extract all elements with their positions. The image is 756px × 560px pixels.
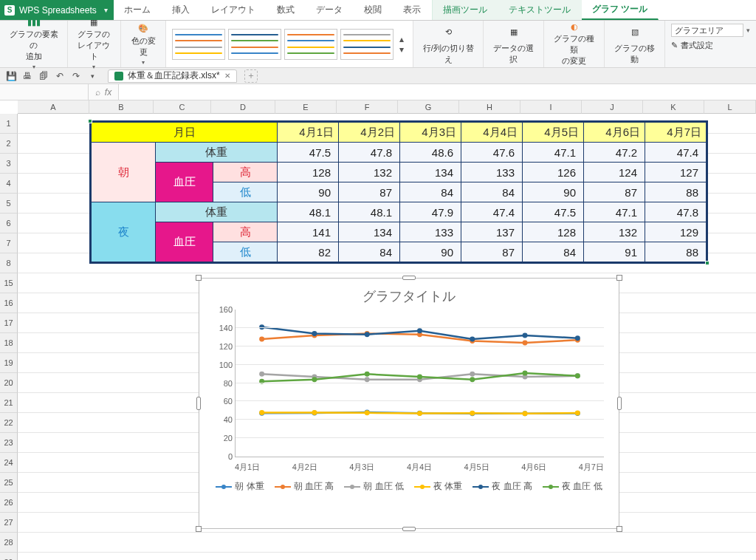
selection-handle[interactable] — [705, 261, 709, 265]
cell[interactable]: 88 — [645, 182, 707, 202]
cell[interactable]: 134 — [339, 222, 400, 242]
row-header[interactable]: 16 — [0, 293, 18, 313]
cell[interactable]: 4月2日 — [339, 123, 400, 143]
cell[interactable]: 87 — [461, 242, 523, 262]
column-header[interactable]: L — [704, 100, 756, 114]
cell[interactable]: 128 — [523, 222, 584, 242]
column-header[interactable]: J — [582, 100, 643, 114]
row-header[interactable]: 1 — [0, 114, 18, 134]
cell[interactable]: 47.8 — [645, 202, 707, 222]
cell[interactable]: 体重 — [156, 202, 278, 222]
cell[interactable]: 4月4日 — [461, 123, 523, 143]
tab-view[interactable]: 表示 — [393, 0, 432, 20]
cell[interactable]: 126 — [523, 163, 584, 182]
chart-title[interactable]: グラフタイトル — [199, 287, 619, 305]
preview-icon[interactable]: 🗐 — [37, 69, 50, 83]
search-icon[interactable]: ⌕ — [95, 87, 100, 98]
cell[interactable]: 朝 — [92, 143, 156, 202]
tab-review[interactable]: 校閲 — [354, 0, 393, 20]
chevron-down-icon[interactable]: ▾ — [86, 69, 99, 83]
chart-style-thumb[interactable] — [228, 29, 281, 60]
legend-item[interactable]: 夜 血圧 低 — [543, 480, 602, 493]
legend-item[interactable]: 朝 血圧 高 — [275, 480, 334, 493]
document-tab[interactable]: 体重＆血圧記録表.xlsx* ✕ — [108, 69, 237, 83]
resize-handle[interactable] — [616, 275, 622, 281]
cell[interactable]: 48.1 — [278, 202, 339, 222]
row-header[interactable]: 26 — [0, 493, 18, 513]
cell[interactable]: 87 — [339, 182, 400, 202]
cell[interactable]: 47.1 — [523, 143, 584, 163]
row-header[interactable]: 4 — [0, 174, 18, 194]
row-header[interactable]: 3 — [0, 154, 18, 174]
cell[interactable]: 133 — [400, 222, 461, 242]
move-chart-button[interactable]: ▧ グラフの移動 — [605, 21, 665, 67]
redo-icon[interactable]: ↷ — [69, 69, 83, 83]
cell[interactable]: 47.9 — [400, 202, 461, 222]
change-colors-button[interactable]: 🎨 色の変更 ▾ — [121, 21, 167, 67]
cell[interactable]: 低 — [213, 242, 278, 262]
column-header[interactable]: A — [18, 100, 89, 114]
row-header[interactable]: 2 — [0, 134, 18, 154]
column-header[interactable]: H — [459, 100, 520, 114]
formula-input[interactable] — [118, 84, 756, 100]
cell[interactable]: 84 — [400, 182, 461, 202]
selection-handle[interactable] — [88, 119, 92, 123]
cell[interactable]: 132 — [584, 222, 645, 242]
select-data-button[interactable]: ▦ データの選択 — [484, 21, 544, 67]
cell[interactable]: 88 — [645, 242, 707, 262]
cell[interactable]: 84 — [523, 242, 584, 262]
tab-data[interactable]: データ — [306, 0, 354, 20]
column-headers[interactable]: ABCDEFGHIJKL — [18, 100, 756, 114]
row-header[interactable]: 7 — [0, 233, 18, 253]
tab-formula[interactable]: 数式 — [267, 0, 306, 20]
cell[interactable]: 夜 — [92, 202, 156, 262]
legend-item[interactable]: 夜 体重 — [414, 480, 462, 493]
chart-style-thumb[interactable] — [284, 29, 337, 60]
column-header[interactable]: B — [89, 100, 154, 114]
chart-element-selector[interactable]: グラフエリア — [671, 24, 743, 37]
row-header[interactable]: 6 — [0, 214, 18, 233]
tab-layout[interactable]: レイアウト — [201, 0, 267, 20]
tab-text-tool[interactable]: テキストツール — [498, 0, 582, 20]
row-header[interactable]: 29 — [0, 553, 18, 560]
cell[interactable]: 4月5日 — [523, 123, 584, 143]
cell[interactable]: 4月6日 — [584, 123, 645, 143]
data-table[interactable]: 月日4月1日4月2日4月3日4月4日4月5日4月6日4月7日朝体重47.547.… — [89, 120, 708, 264]
new-tab-button[interactable]: ＋ — [244, 69, 258, 83]
cell[interactable]: 128 — [278, 163, 339, 182]
row-header[interactable]: 18 — [0, 333, 18, 353]
cell[interactable]: 48.1 — [339, 202, 400, 222]
column-header[interactable]: F — [337, 100, 398, 114]
close-tab-icon[interactable]: ✕ — [224, 72, 230, 80]
resize-handle[interactable] — [196, 275, 202, 281]
cell[interactable]: 47.4 — [461, 202, 523, 222]
cell[interactable]: 47.5 — [278, 143, 339, 163]
row-header[interactable]: 8 — [0, 253, 18, 273]
undo-icon[interactable]: ↶ — [53, 69, 66, 83]
row-header[interactable]: 15 — [0, 273, 18, 293]
embedded-chart[interactable]: グラフタイトル 160140120100806040200 4月1日4月2日4月… — [199, 278, 619, 529]
cell[interactable]: 90 — [523, 182, 584, 202]
chevron-down-icon[interactable]: ▾ — [746, 27, 750, 34]
cell[interactable]: 4月3日 — [400, 123, 461, 143]
cell[interactable]: 90 — [400, 242, 461, 262]
column-header[interactable]: K — [643, 100, 704, 114]
chart-style-thumb[interactable] — [340, 29, 394, 60]
chart-style-gallery[interactable]: ▴▾ — [166, 21, 413, 67]
tab-chart-tool[interactable]: グラフ ツール — [582, 0, 659, 20]
cell[interactable]: 47.6 — [461, 143, 523, 163]
resize-handle[interactable] — [402, 276, 416, 280]
add-chart-element-button[interactable]: ▮▮▮ グラフの要素の 追加 ▾ — [0, 21, 68, 67]
app-brand[interactable]: S WPS Spreadsheets ▾ — [0, 0, 114, 20]
resize-handle[interactable] — [617, 397, 622, 410]
row-header[interactable]: 24 — [0, 453, 18, 473]
chart-style-thumb[interactable] — [172, 29, 225, 60]
resize-handle[interactable] — [616, 526, 622, 532]
cell[interactable]: 47.1 — [584, 202, 645, 222]
tab-home[interactable]: ホーム — [114, 0, 162, 20]
row-header[interactable]: 17 — [0, 313, 18, 333]
format-selection-button[interactable]: 書式設定 — [681, 40, 713, 51]
cell[interactable]: 47.5 — [523, 202, 584, 222]
cell[interactable]: 47.4 — [645, 143, 707, 163]
cell[interactable]: 84 — [461, 182, 523, 202]
